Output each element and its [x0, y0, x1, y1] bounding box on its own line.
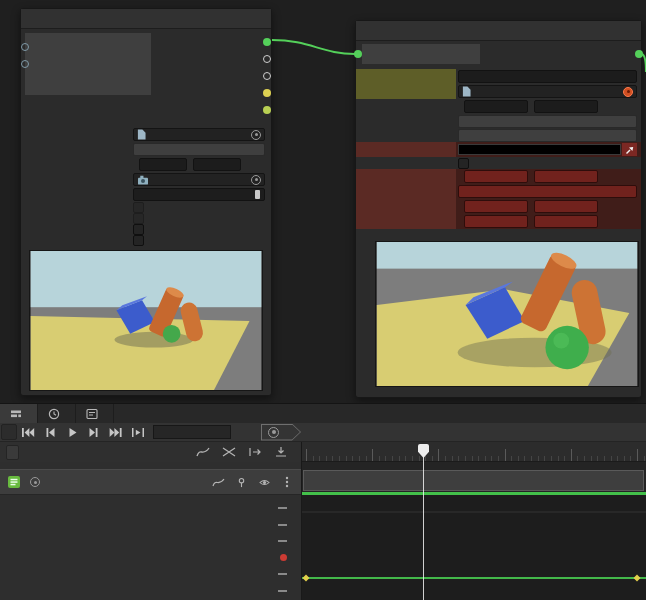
port-dot-icon[interactable] [263, 106, 271, 114]
eyedropper-icon[interactable] [255, 190, 260, 199]
size-x-field[interactable] [139, 158, 187, 171]
tab-animation[interactable] [38, 404, 76, 424]
track-pin-button[interactable] [233, 475, 249, 490]
track-canvas[interactable] [302, 462, 646, 600]
timeline-ruler[interactable] [302, 442, 646, 462]
port-dot-icon[interactable] [263, 55, 271, 63]
output-port-depth[interactable] [21, 67, 271, 84]
current-frame-input[interactable] [153, 425, 231, 439]
port-dot-icon[interactable] [263, 72, 271, 80]
curve-color-swatch [278, 507, 287, 509]
play-button[interactable] [61, 424, 83, 440]
scale-y-field[interactable] [534, 170, 598, 183]
play-range-button[interactable] [127, 424, 149, 440]
scale-x-field[interactable] [464, 170, 528, 183]
skip-start-icon [21, 427, 35, 438]
property-row-rotation[interactable] [0, 550, 301, 567]
transform-node-ports [356, 43, 641, 67]
rendering-node[interactable] [20, 8, 272, 396]
timeline-toolbar [0, 423, 646, 442]
previous-frame-button[interactable] [39, 424, 61, 440]
tab-console[interactable] [76, 404, 114, 424]
timeline-clip[interactable] [303, 470, 644, 491]
track-toolbar [0, 442, 302, 462]
size-x-field[interactable] [464, 100, 528, 113]
edit-mode-replace-button[interactable] [273, 445, 289, 460]
background-color-swatch [133, 213, 144, 224]
offset-x-field[interactable] [464, 215, 528, 228]
output-port-normals[interactable] [21, 84, 271, 101]
output-port-dot-icon[interactable] [635, 50, 643, 58]
prop-label [356, 84, 456, 99]
curve-editor[interactable] [302, 495, 646, 600]
prop-row-camera [21, 172, 271, 187]
goto-start-button[interactable] [17, 424, 39, 440]
property-row-clip-properties[interactable] [0, 500, 301, 517]
output-port-output[interactable] [21, 33, 271, 50]
wire-output-to-input[interactable] [272, 40, 355, 54]
input-port-chip[interactable] [362, 44, 480, 64]
edit-mode-ripple-button[interactable] [247, 445, 263, 460]
prop-row-color [21, 187, 271, 202]
size-y-field[interactable] [534, 100, 598, 113]
skip-end-icon [109, 427, 123, 438]
input-port-dot-icon[interactable] [354, 50, 362, 58]
clear-flags-checkbox [133, 202, 144, 213]
curves-view-button[interactable] [195, 445, 211, 460]
output-port-uvs[interactable] [21, 101, 271, 118]
antialiasing-dropdown[interactable] [133, 143, 265, 156]
rotation-center-x-field[interactable] [464, 200, 528, 213]
playable-asset-icon [8, 476, 20, 488]
object-picker-icon[interactable] [623, 87, 633, 97]
name-field[interactable] [458, 70, 637, 83]
property-row-offset[interactable] [0, 533, 301, 550]
post-process-profile-field[interactable] [133, 128, 265, 141]
rotation-center-y-field[interactable] [534, 200, 598, 213]
object-picker-icon[interactable] [30, 477, 40, 487]
track-menu-button[interactable] [279, 475, 295, 490]
rendering-node-properties [21, 121, 271, 246]
output-port-matte[interactable] [21, 50, 271, 67]
tab-timeline[interactable] [0, 404, 38, 424]
object-field[interactable] [458, 85, 637, 98]
object-picker-icon[interactable] [251, 130, 261, 140]
rendering-node-title[interactable] [21, 9, 271, 29]
timeline-breadcrumb[interactable] [261, 424, 301, 441]
tex-wrap-mode-dropdown[interactable] [458, 129, 637, 142]
include-child-renderers-checkbox[interactable] [133, 235, 144, 246]
track-visibility-button[interactable] [256, 475, 272, 490]
port-dot-icon[interactable] [263, 38, 271, 46]
edit-mode-mix-button[interactable] [221, 445, 237, 460]
property-row-bg-color[interactable] [0, 517, 301, 534]
prop-row-tex-wrap-mode [356, 128, 641, 142]
port-dot-icon[interactable] [263, 89, 271, 97]
camera-field[interactable] [133, 173, 265, 186]
preview-toggle-button[interactable] [1, 424, 17, 440]
size-y-field[interactable] [193, 158, 241, 171]
color-field[interactable] [133, 188, 265, 201]
enable-shadows-checkbox[interactable] [133, 224, 144, 235]
eyedropper-button[interactable] [622, 143, 637, 156]
node-graph-canvas[interactable] [0, 0, 646, 403]
keyframe-diamond-start[interactable] [303, 575, 310, 582]
rotation-field[interactable] [458, 185, 637, 198]
next-frame-button[interactable] [83, 424, 105, 440]
track-header[interactable] [0, 469, 301, 495]
playhead-handle[interactable] [418, 444, 429, 458]
add-track-button[interactable] [6, 445, 19, 460]
prop-row-scale [356, 169, 641, 184]
wire-output-offscreen[interactable] [642, 54, 646, 72]
property-row-rotation-center[interactable] [0, 566, 301, 583]
resize-mode-dropdown[interactable] [458, 115, 637, 128]
transform-node[interactable] [355, 20, 642, 398]
transform-node-title[interactable] [356, 21, 641, 41]
background-color-swatch[interactable] [458, 144, 621, 155]
uniform-scale-checkbox[interactable] [458, 158, 469, 169]
track-curves-button[interactable] [210, 475, 226, 490]
property-row-scale[interactable] [0, 583, 301, 600]
keyframe-diamond-end[interactable] [634, 575, 641, 582]
track-curves-icon [212, 477, 225, 488]
goto-end-button[interactable] [105, 424, 127, 440]
offset-y-field[interactable] [534, 215, 598, 228]
object-picker-icon[interactable] [251, 175, 261, 185]
